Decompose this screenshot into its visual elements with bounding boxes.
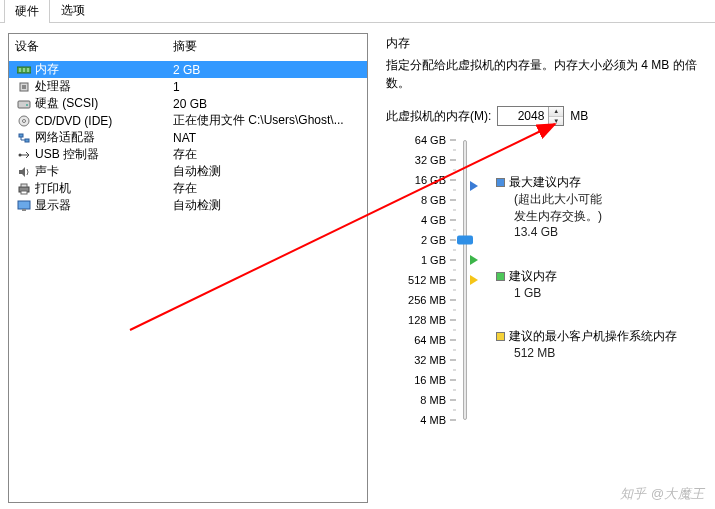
svg-rect-16	[18, 201, 30, 209]
section-title: 内存	[386, 35, 707, 52]
slider-track-column	[460, 140, 470, 440]
scale-label: 16 GB	[415, 174, 446, 186]
svg-rect-2	[23, 68, 25, 72]
watermark: 知乎 @大魔王	[620, 485, 705, 503]
device-summary: 自动检测	[173, 163, 367, 180]
device-summary: NAT	[173, 131, 367, 145]
device-panel: 设备 摘要 内存 2 GB 处理器 1 硬盘 (SCSI) 20 GB CD/D…	[8, 33, 368, 503]
scale-label: 128 MB	[408, 314, 446, 326]
device-list: 内存 2 GB 处理器 1 硬盘 (SCSI) 20 GB CD/DVD (ID…	[9, 61, 367, 214]
header-device: 设备	[15, 38, 173, 55]
network-icon	[15, 131, 33, 145]
memory-input-label: 此虚拟机的内存(M):	[386, 108, 491, 125]
legend-max-sub2: 发生内存交换。)	[496, 208, 707, 225]
legend-rec-value: 1 GB	[496, 285, 707, 302]
scale-label: 256 MB	[408, 294, 446, 306]
device-row-cpu[interactable]: 处理器 1	[9, 78, 367, 95]
svg-rect-15	[21, 191, 27, 194]
device-name: 显示器	[35, 197, 173, 214]
svg-point-12	[19, 153, 22, 156]
spinner-up[interactable]: ▲	[549, 107, 563, 117]
device-name: CD/DVD (IDE)	[35, 114, 173, 128]
tab-bar: 硬件 选项	[0, 0, 715, 23]
marker-column	[470, 140, 490, 440]
device-row-display[interactable]: 显示器 自动检测	[9, 197, 367, 214]
device-summary: 2 GB	[173, 63, 367, 77]
memory-input[interactable]	[498, 107, 548, 125]
memory-panel: 内存 指定分配给此虚拟机的内存量。内存大小必须为 4 MB 的倍数。 此虚拟机的…	[386, 33, 707, 503]
marker-max	[470, 181, 478, 191]
legend-max-value: 13.4 GB	[496, 224, 707, 241]
device-summary: 1	[173, 80, 367, 94]
scale-label: 512 MB	[408, 274, 446, 286]
device-row-sound[interactable]: 声卡 自动检测	[9, 163, 367, 180]
scale-label: 4 MB	[420, 414, 446, 426]
scale-column: 64 GB32 GB16 GB8 GB4 GB2 GB1 GB512 MB256…	[386, 140, 460, 440]
legend-swatch-yellow	[496, 332, 505, 341]
device-summary: 存在	[173, 180, 367, 197]
device-name: 打印机	[35, 180, 173, 197]
svg-rect-1	[19, 68, 21, 72]
svg-rect-5	[22, 85, 26, 89]
device-name: 内存	[35, 61, 173, 78]
scale-label: 8 MB	[420, 394, 446, 406]
device-row-cd[interactable]: CD/DVD (IDE) 正在使用文件 C:\Users\Ghost\...	[9, 112, 367, 129]
svg-point-7	[26, 104, 28, 106]
scale-label: 64 GB	[415, 134, 446, 146]
device-row-printer[interactable]: 打印机 存在	[9, 180, 367, 197]
spinner-buttons[interactable]: ▲ ▼	[548, 107, 563, 125]
marker-rec	[470, 255, 478, 265]
section-description: 指定分配给此虚拟机的内存量。内存大小必须为 4 MB 的倍数。	[386, 56, 707, 92]
disk-icon	[15, 97, 33, 111]
tab-hardware[interactable]: 硬件	[4, 0, 50, 23]
device-summary: 正在使用文件 C:\Users\Ghost\...	[173, 112, 367, 129]
svg-rect-6	[18, 101, 30, 108]
content-area: 设备 摘要 内存 2 GB 处理器 1 硬盘 (SCSI) 20 GB CD/D…	[0, 23, 715, 509]
scale-label: 8 GB	[421, 194, 446, 206]
device-summary: 20 GB	[173, 97, 367, 111]
device-name: 处理器	[35, 78, 173, 95]
scale-label: 2 GB	[421, 234, 446, 246]
device-summary: 自动检测	[173, 197, 367, 214]
memory-unit: MB	[570, 109, 588, 123]
legend-min-label: 建议的最小客户机操作系统内存	[509, 329, 677, 343]
marker-min	[470, 275, 478, 285]
device-name: USB 控制器	[35, 146, 173, 163]
device-row-memory[interactable]: 内存 2 GB	[9, 61, 367, 78]
svg-point-9	[23, 119, 26, 122]
display-icon	[15, 199, 33, 213]
svg-rect-11	[25, 139, 29, 142]
header-summary: 摘要	[173, 38, 361, 55]
legend-min-value: 512 MB	[496, 345, 707, 362]
legend-min: 建议的最小客户机操作系统内存 512 MB	[496, 328, 707, 362]
scale-label: 64 MB	[414, 334, 446, 346]
device-row-usb[interactable]: USB 控制器 存在	[9, 146, 367, 163]
cpu-icon	[15, 80, 33, 94]
legend-max-label: 最大建议内存	[509, 175, 581, 189]
printer-icon	[15, 182, 33, 196]
memory-icon	[15, 63, 33, 77]
memory-slider-area: 64 GB32 GB16 GB8 GB4 GB2 GB1 GB512 MB256…	[386, 140, 707, 440]
scale-label: 1 GB	[421, 254, 446, 266]
legend-rec-label: 建议内存	[509, 269, 557, 283]
svg-rect-3	[27, 68, 29, 72]
tab-options[interactable]: 选项	[50, 0, 96, 22]
device-name: 网络适配器	[35, 129, 173, 146]
memory-input-row: 此虚拟机的内存(M): ▲ ▼ MB	[386, 106, 707, 126]
legend-swatch-blue	[496, 178, 505, 187]
scale-label: 16 MB	[414, 374, 446, 386]
device-name: 声卡	[35, 163, 173, 180]
device-list-header: 设备 摘要	[9, 34, 367, 61]
memory-spinner[interactable]: ▲ ▼	[497, 106, 564, 126]
cd-icon	[15, 114, 33, 128]
spinner-down[interactable]: ▼	[549, 117, 563, 126]
device-row-disk[interactable]: 硬盘 (SCSI) 20 GB	[9, 95, 367, 112]
usb-icon	[15, 148, 33, 162]
device-row-net[interactable]: 网络适配器 NAT	[9, 129, 367, 146]
device-summary: 存在	[173, 146, 367, 163]
legend-rec: 建议内存 1 GB	[496, 268, 707, 302]
slider-track[interactable]	[463, 140, 467, 420]
legend-swatch-green	[496, 272, 505, 281]
scale-label: 4 GB	[421, 214, 446, 226]
svg-rect-14	[21, 184, 27, 187]
